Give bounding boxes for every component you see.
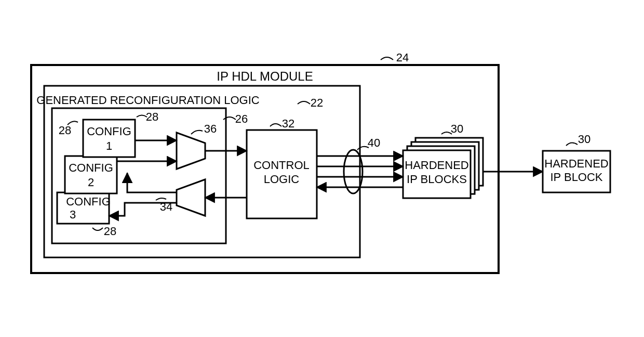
ref-30b: 30 [578, 133, 591, 146]
config-3-label-2: 3 [70, 208, 76, 221]
ref-28b: 28 [146, 110, 158, 123]
reconfig-logic-title: GENERATED RECONFIGURATION LOGIC [36, 94, 260, 107]
ref-26: 26 [235, 112, 248, 125]
ref-32: 32 [282, 117, 294, 130]
control-logic-label-1: CONTROL [253, 159, 310, 172]
config-1-label-1: CONFIG [87, 125, 131, 138]
ref-36: 36 [204, 122, 217, 135]
control-logic-label-2: LOGIC [264, 173, 300, 186]
config-1-label-2: 1 [106, 139, 112, 152]
config-3-label-1: CONFIG [66, 195, 111, 208]
ref-24: 24 [396, 51, 409, 64]
hardened-stack-label-1: HARDENED [405, 159, 468, 172]
ref-leader-24 [381, 57, 393, 60]
config-2-label-1: CONFIG [69, 161, 113, 174]
ip-hdl-module-title: IP HDL MODULE [217, 69, 313, 83]
ref-leader-30b [566, 142, 578, 146]
ref-30a: 30 [451, 122, 463, 135]
ref-40: 40 [368, 136, 380, 149]
ref-28a: 28 [59, 124, 71, 137]
config-2-label-2: 2 [88, 176, 94, 189]
hardened-stack-label-2: IP BLOCKS [407, 173, 467, 186]
hardened-ext-label-2: IP BLOCK [550, 171, 602, 184]
diagram-canvas: IP HDL MODULE 24 22 GENERATED RECONFIGUR… [0, 0, 644, 337]
ref-28c: 28 [104, 225, 116, 238]
hardened-ext-label-1: HARDENED [544, 157, 608, 170]
ref-22: 22 [311, 96, 323, 109]
